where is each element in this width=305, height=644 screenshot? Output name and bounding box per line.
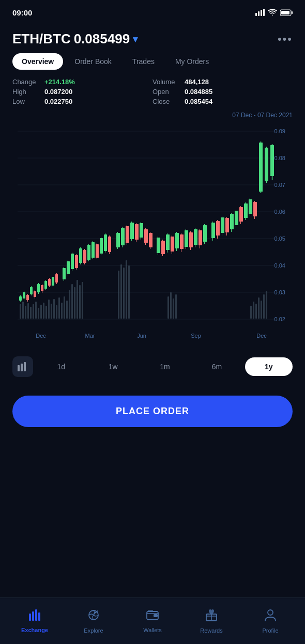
svg-rect-109 <box>108 237 111 252</box>
svg-rect-67 <box>23 292 25 299</box>
svg-rect-169 <box>259 143 263 192</box>
svg-rect-38 <box>58 297 60 319</box>
svg-rect-179 <box>18 365 20 371</box>
change-label: Change <box>12 78 39 86</box>
svg-rect-23 <box>20 304 21 319</box>
svg-rect-1 <box>258 11 260 16</box>
svg-rect-101 <box>91 242 95 258</box>
svg-rect-43 <box>71 284 73 319</box>
svg-rect-133 <box>171 237 174 252</box>
tab-overview[interactable]: Overview <box>12 53 63 70</box>
rewards-icon <box>205 609 218 624</box>
high-label: High <box>12 88 39 96</box>
nav-item-wallets[interactable]: Wallets <box>123 609 182 633</box>
tabs-container: Overview Order Book Trades My Orders <box>12 53 293 70</box>
svg-rect-113 <box>121 228 125 245</box>
stat-volume: Volume 484,128 <box>152 78 293 86</box>
nav-item-rewards[interactable]: Rewards <box>182 609 241 634</box>
nav-item-explore[interactable]: Explore <box>64 609 123 634</box>
svg-rect-46 <box>79 285 81 319</box>
place-order-button[interactable]: PLACE ORDER <box>12 396 293 427</box>
svg-rect-99 <box>87 245 90 260</box>
tab-myorders[interactable]: My Orders <box>166 53 218 70</box>
svg-rect-33 <box>45 306 47 319</box>
dropdown-arrow-icon[interactable]: ▾ <box>133 34 138 45</box>
timeperiod-1w-button[interactable]: 1w <box>89 357 136 376</box>
svg-rect-143 <box>194 229 197 245</box>
svg-rect-95 <box>79 248 82 263</box>
explore-icon <box>87 609 100 624</box>
svg-point-194 <box>268 610 273 615</box>
more-options-button[interactable]: ••• <box>278 33 293 46</box>
wifi-icon <box>268 9 277 16</box>
stat-change: Change +214.18% <box>12 78 152 86</box>
svg-rect-115 <box>126 226 129 243</box>
explore-nav-label: Explore <box>84 627 103 634</box>
svg-rect-35 <box>51 304 52 319</box>
svg-rect-34 <box>48 300 50 319</box>
low-label: Low <box>12 98 39 105</box>
close-label: Close <box>152 98 179 105</box>
volume-value: 484,128 <box>185 78 209 86</box>
svg-rect-181 <box>24 362 26 371</box>
svg-rect-190 <box>154 614 158 617</box>
svg-text:Jun: Jun <box>137 333 146 339</box>
svg-text:Mar: Mar <box>85 333 95 339</box>
timeperiod-6m-button[interactable]: 6m <box>193 357 240 376</box>
tab-trades[interactable]: Trades <box>123 53 164 70</box>
timeperiod-1m-button[interactable]: 1m <box>141 357 189 376</box>
svg-rect-77 <box>26 295 29 300</box>
svg-rect-147 <box>203 225 207 242</box>
svg-rect-111 <box>116 233 120 247</box>
candlestick-chart: 0.09 0.08 0.07 0.06 0.05 0.04 0.03 0.02 <box>12 121 293 348</box>
svg-rect-39 <box>61 303 63 319</box>
svg-rect-50 <box>123 268 125 319</box>
svg-rect-185 <box>38 612 40 621</box>
svg-rect-135 <box>175 233 179 248</box>
svg-rect-125 <box>149 233 152 247</box>
svg-rect-180 <box>21 364 23 371</box>
svg-rect-75 <box>52 277 54 286</box>
svg-rect-145 <box>199 230 202 245</box>
svg-rect-184 <box>35 609 37 621</box>
svg-rect-57 <box>250 306 252 319</box>
svg-rect-31 <box>40 305 42 319</box>
svg-rect-40 <box>64 296 65 319</box>
svg-rect-171 <box>265 148 268 181</box>
svg-rect-89 <box>67 261 70 274</box>
high-value: 0.087200 <box>44 88 72 96</box>
svg-rect-30 <box>38 308 39 319</box>
stat-close: Close 0.085454 <box>152 98 293 105</box>
svg-rect-5 <box>292 11 293 14</box>
pair-label: ETH/BTC <box>12 31 71 47</box>
bar-chart-icon <box>18 362 28 371</box>
svg-rect-141 <box>189 232 193 247</box>
svg-rect-93 <box>75 255 78 268</box>
svg-rect-0 <box>255 13 257 16</box>
svg-rect-6 <box>281 11 289 14</box>
svg-rect-97 <box>83 250 86 263</box>
svg-rect-121 <box>140 223 143 238</box>
nav-item-profile[interactable]: Profile <box>241 609 300 634</box>
svg-rect-41 <box>66 301 68 319</box>
svg-rect-47 <box>82 282 83 319</box>
svg-rect-149 <box>211 223 215 238</box>
timeperiod-1d-button[interactable]: 1d <box>37 357 85 376</box>
nav-item-exchange[interactable]: Exchange <box>5 609 64 633</box>
svg-rect-103 <box>96 244 99 258</box>
tab-orderbook[interactable]: Order Book <box>65 53 121 70</box>
svg-rect-32 <box>43 303 44 319</box>
status-time: 09:00 <box>12 8 32 17</box>
svg-rect-119 <box>135 224 139 240</box>
svg-rect-165 <box>249 199 252 214</box>
timeperiod-1y-button[interactable]: 1y <box>245 357 293 376</box>
chart-type-button[interactable] <box>12 356 33 377</box>
svg-rect-58 <box>253 302 254 319</box>
place-order-section: PLACE ORDER <box>0 385 305 437</box>
profile-icon <box>265 609 276 624</box>
svg-rect-183 <box>32 611 34 621</box>
change-value: +214.18% <box>44 78 75 86</box>
svg-rect-161 <box>239 207 243 222</box>
svg-rect-27 <box>30 307 32 319</box>
signal-icon <box>255 9 265 16</box>
